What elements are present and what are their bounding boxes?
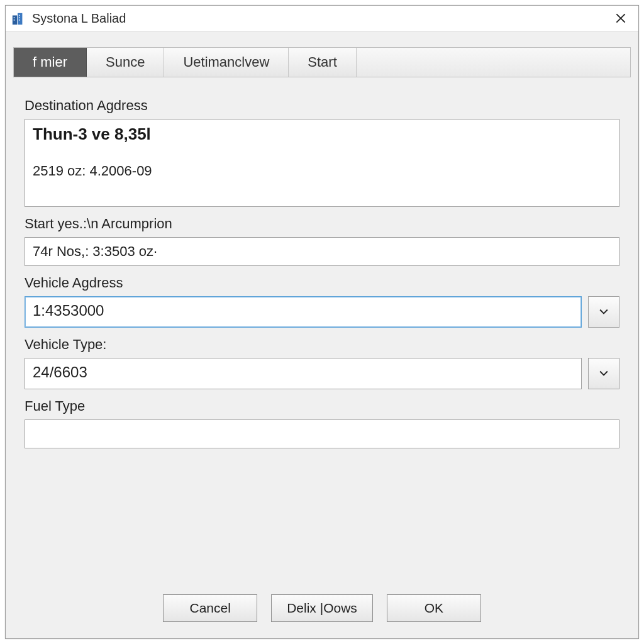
destination-line1: Thun-3 ve 8,35l	[33, 125, 611, 144]
chevron-down-icon	[599, 306, 608, 318]
vehicle-address-input[interactable]: 1:4353000	[25, 296, 582, 328]
tab-label: Sunce	[106, 54, 145, 70]
svg-rect-3	[14, 19, 15, 20]
form-area: Destination Agdress Thun-3 ve 8,35l 2519…	[6, 77, 638, 638]
destination-input[interactable]: Thun-3 ve 8,35l 2519 oz: 4.2006-09	[25, 119, 619, 207]
tab-label: f mier	[33, 54, 67, 70]
destination-label: Destination Agdress	[25, 97, 619, 114]
app-icon	[11, 11, 26, 26]
tab-sunce[interactable]: Sunce	[87, 48, 164, 77]
button-label: OK	[425, 601, 443, 616]
cancel-button[interactable]: Cancel	[163, 594, 257, 622]
vehicle-type-combo: 24/6603	[25, 358, 619, 389]
svg-rect-5	[19, 17, 20, 18]
tab-label: Uetimanclvew	[183, 54, 269, 70]
button-label: Cancel	[189, 601, 230, 616]
delix-button[interactable]: Delix |Oows	[271, 594, 373, 622]
vehicle-address-dropdown-button[interactable]	[588, 296, 619, 328]
button-label: Delix |Oows	[287, 601, 357, 616]
vehicle-address-combo: 1:4353000	[25, 296, 619, 328]
tab-uetimanclvew[interactable]: Uetimanclvew	[164, 48, 289, 77]
tab-label: Start	[308, 54, 336, 70]
dialog-button-row: Cancel Delix |Oows OK	[25, 579, 619, 638]
fuel-type-input[interactable]	[25, 419, 619, 448]
vehicle-type-input[interactable]: 24/6603	[25, 358, 582, 389]
tab-strip: f mier Sunce Uetimanclvew Start	[13, 47, 631, 77]
chevron-down-icon	[599, 368, 608, 379]
vehicle-type-dropdown-button[interactable]	[588, 358, 619, 389]
vehicle-type-label: Vehicle Type:	[25, 336, 619, 353]
svg-rect-2	[14, 17, 15, 18]
tab-start[interactable]: Start	[289, 48, 356, 77]
start-label: Start yes.:\n Arcumprion	[25, 216, 619, 232]
svg-rect-4	[19, 14, 20, 16]
vehicle-address-label: Vehicle Agdress	[25, 275, 619, 291]
close-button[interactable]	[608, 9, 633, 29]
fuel-type-label: Fuel Type	[25, 398, 619, 414]
tab-fmier[interactable]: f mier	[14, 48, 87, 77]
destination-line2: 2519 oz: 4.2006-09	[33, 163, 611, 179]
titlebar: Systona L Baliad	[6, 6, 638, 32]
ok-button[interactable]: OK	[387, 594, 481, 622]
close-icon	[616, 11, 626, 27]
dialog-window: Systona L Baliad f mier Sunce Uetimanclv…	[5, 5, 639, 639]
window-title: Systona L Baliad	[32, 11, 126, 26]
svg-rect-6	[19, 19, 20, 20]
start-input[interactable]: 74r Nos,: 3:3503 oz·	[25, 237, 619, 266]
